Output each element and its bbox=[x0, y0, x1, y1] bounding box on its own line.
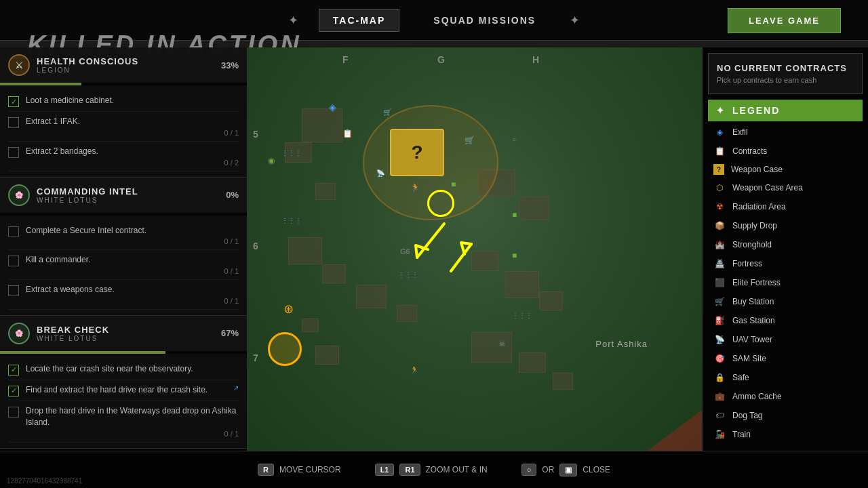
tab-tacmap[interactable]: TAC-MAP bbox=[319, 9, 400, 32]
mission-header: 🌸 COMMANDING INTEL WHITE LOTUS 0% bbox=[0, 178, 247, 213]
stronghold-icon: 🏰 bbox=[713, 239, 726, 251]
tactical-map: F G H 5 6 7 G6 ? bbox=[248, 47, 702, 451]
hint-or: OR bbox=[542, 465, 554, 474]
mission-name: BREAK CHECK bbox=[37, 325, 221, 335]
legend-header: ✦ LEGEND bbox=[708, 100, 863, 121]
task-checkbox bbox=[8, 256, 19, 266]
legend-item-radiation: ☢ Radiation Area bbox=[708, 197, 863, 216]
mission-header: 🌸 BREAK CHECK WHITE LOTUS 67% bbox=[0, 316, 247, 351]
task-checkbox bbox=[8, 285, 19, 296]
task-text: Find and extract the hard drive near the… bbox=[26, 384, 224, 396]
uav-tower-icon: 📡 bbox=[713, 333, 726, 346]
key-r1: R1 bbox=[399, 464, 420, 476]
port-label: Port Ashika bbox=[595, 339, 648, 349]
task-item: Drop the hard drive in the Waterways dea… bbox=[8, 401, 239, 443]
map-danger-zone bbox=[648, 410, 702, 451]
task-text: Kill a commander. bbox=[26, 254, 239, 266]
map-mission-area bbox=[268, 332, 302, 366]
mission-tasks: Complete a Secure Intel contract. 0 / 1 … bbox=[0, 216, 247, 315]
dog-tag-icon: 🏷 bbox=[713, 409, 726, 422]
no-contracts-title: NO CURRENT CONTRACTS bbox=[717, 63, 854, 73]
map-building bbox=[505, 271, 539, 298]
mission-tasks: ✓ Loot a medicine cabinet. Extract 1 IFA… bbox=[0, 85, 247, 177]
task-counter: 0 / 1 bbox=[26, 266, 239, 275]
missions-panel: ⚔ HEALTH CONSCIOUS LEGION 33% ✓ Loot a m… bbox=[0, 47, 248, 451]
train-icon: 🚂 bbox=[713, 428, 726, 441]
task-text: Extract 1 IFAK. bbox=[26, 116, 239, 127]
legend-item-fortress: 🏯 Fortress bbox=[708, 254, 863, 273]
legend-label: Elite Fortress bbox=[732, 278, 781, 287]
hint-label: MOVE CURSOR bbox=[279, 465, 341, 474]
exfil-icon: ◈ bbox=[713, 126, 726, 138]
map-icon-contracts: 📋 bbox=[342, 129, 353, 138]
legend-item-stronghold: 🏰 Stronghold bbox=[708, 235, 863, 254]
map-icon-multi3: ⋮⋮⋮ bbox=[398, 271, 418, 279]
map-building bbox=[553, 373, 573, 390]
legend-label: Stronghold bbox=[732, 240, 772, 249]
legend-section: ✦ LEGEND ◈ Exfil 📋 Contracts ? Weapon Ca… bbox=[708, 100, 863, 444]
task-text: Drop the hard drive in the Waterways dea… bbox=[26, 405, 239, 428]
legend-item-supply-drop: 📦 Supply Drop bbox=[708, 216, 863, 235]
map-icon-marker1: ◉ bbox=[268, 156, 275, 165]
mission-icon: 🌸 bbox=[8, 323, 30, 344]
task-counter: 0 / 1 bbox=[26, 428, 239, 438]
nav-right-icon: ✦ bbox=[570, 13, 580, 28]
map-building bbox=[302, 108, 342, 142]
buy-station-icon: 🛒 bbox=[713, 296, 726, 308]
legend-label: Fortress bbox=[732, 259, 762, 268]
grid-label-h: H bbox=[532, 54, 539, 65]
task-item: ✓ Loot a medicine cabinet. bbox=[8, 91, 239, 112]
nav-left-icon: ✦ bbox=[288, 13, 298, 28]
mission-percent: 0% bbox=[226, 190, 239, 200]
sam-site-icon: 🎯 bbox=[713, 352, 726, 365]
direction-arrows bbox=[403, 210, 485, 298]
legend-label: Weapon Case Area bbox=[732, 183, 803, 192]
task-checkbox bbox=[8, 226, 19, 237]
legend-label: UAV Tower bbox=[732, 335, 772, 344]
legend-label: Weapon Case bbox=[731, 165, 783, 174]
map-building bbox=[315, 346, 339, 365]
legend-label: SAM Site bbox=[732, 354, 766, 363]
task-checkbox: ✓ bbox=[8, 96, 19, 107]
ammo-cache-icon: 💼 bbox=[713, 390, 726, 403]
key-l1: L1 bbox=[375, 464, 395, 476]
map-icon-marker4: ○ bbox=[512, 136, 516, 143]
legend-item-contracts: 📋 Contracts bbox=[708, 142, 863, 161]
mission-faction: LEGION bbox=[37, 66, 221, 74]
leave-game-button[interactable]: LEAVE GAME bbox=[728, 8, 841, 33]
contracts-icon: 📋 bbox=[713, 145, 726, 157]
map-icon-player: 🏃 bbox=[410, 183, 420, 192]
map-background: F G H 5 6 7 G6 ? bbox=[248, 47, 702, 451]
task-item: ✓ Find and extract the hard drive near t… bbox=[8, 380, 239, 401]
session-id: 12827704016432988741 bbox=[7, 477, 82, 485]
gas-station-icon: ⛽ bbox=[713, 314, 726, 327]
legend-item-weapon-case: ? Weapon Case bbox=[708, 161, 863, 178]
grid-label-5: 5 bbox=[253, 129, 258, 140]
legend-item-sam-site: 🎯 SAM Site bbox=[708, 349, 863, 368]
legend-label: Ammo Cache bbox=[732, 392, 782, 401]
map-icon-multi2: ⋮⋮⋮ bbox=[281, 149, 302, 157]
legend-label: Dog Tag bbox=[732, 411, 762, 420]
grid-label-f: F bbox=[342, 54, 349, 65]
legend-item-uav-tower: 📡 UAV Tower bbox=[708, 330, 863, 349]
key-circle: ○ bbox=[521, 464, 537, 476]
mission-tasks: ✓ Locate the car crash site near the obs… bbox=[0, 354, 247, 448]
legend-item-ammo-cache: 💼 Ammo Cache bbox=[708, 387, 863, 406]
task-text: Extract 2 bandages. bbox=[26, 146, 239, 157]
weapon-case-area-icon: ⬡ bbox=[713, 182, 726, 194]
map-icon-mission-marker: ⊛ bbox=[283, 302, 294, 317]
legend-item-weapon-case-area: ⬡ Weapon Case Area bbox=[708, 178, 863, 197]
tab-squad-missions[interactable]: SQUAD MISSIONS bbox=[420, 9, 549, 31]
task-item: Extract 2 bandages. 0 / 2 bbox=[8, 142, 239, 171]
task-text: Complete a Secure Intel contract. bbox=[26, 225, 239, 237]
mission-percent: 67% bbox=[221, 328, 239, 338]
mission-name: COMMANDING INTEL bbox=[37, 186, 226, 197]
map-icon-marker2: ■ bbox=[451, 180, 456, 189]
map-icon-marker6: ■ bbox=[512, 251, 517, 260]
mission-name: HEALTH CONSCIOUS bbox=[37, 56, 221, 66]
mission-health-conscious: ⚔ HEALTH CONSCIOUS LEGION 33% ✓ Loot a m… bbox=[0, 47, 247, 178]
key-square: ▣ bbox=[559, 464, 577, 476]
mission-faction: WHITE LOTUS bbox=[37, 335, 221, 342]
task-counter: 0 / 1 bbox=[26, 236, 239, 245]
map-icon-store: 🛒 bbox=[383, 108, 391, 116]
